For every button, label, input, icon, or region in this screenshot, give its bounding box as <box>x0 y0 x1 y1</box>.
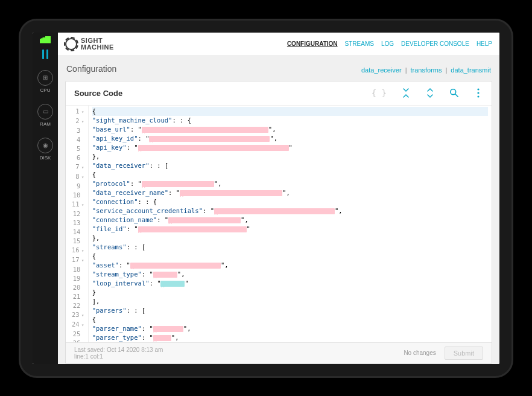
search-icon[interactable] <box>449 88 459 98</box>
submit-button[interactable]: Submit <box>445 346 483 360</box>
card-toolbar: { } <box>372 88 483 98</box>
metric-ram[interactable]: ▭RAM <box>37 104 53 127</box>
line-gutter: 1▾ 2▾ 3 4 5 6 7▾ 8▾ 9 10 11▾12 13 14 15 … <box>66 106 89 342</box>
source-card: Source Code { } <box>65 81 492 364</box>
brand-text: SIGHT MACHINE <box>81 37 114 51</box>
footer-left: Last saved: Oct 14 2020 8:13 am line:1 c… <box>74 346 163 360</box>
topbar: SIGHT MACHINE CONFIGURATIONSTREAMSLOGDEV… <box>58 33 499 56</box>
page-title: Configuration <box>66 64 116 74</box>
cpu-icon: ⊞ <box>37 70 53 86</box>
metric-cpu[interactable]: ⊞CPU <box>37 70 53 93</box>
pause-icon[interactable] <box>42 50 48 59</box>
change-status: No changes <box>404 350 435 356</box>
top-nav: CONFIGURATIONSTREAMSLOGDEVELOPER CONSOLE… <box>287 40 492 47</box>
card-header: Source Code { } <box>66 81 492 106</box>
subnav-transforms[interactable]: transforms <box>411 66 442 74</box>
nav-log[interactable]: LOG <box>381 40 394 47</box>
ftx-badge: FTX <box>40 36 51 43</box>
ram-icon: ▭ <box>37 104 53 120</box>
nav-developer-console[interactable]: DEVELOPER CONSOLE <box>401 40 469 47</box>
gear-icon <box>65 38 77 50</box>
collapse-icon[interactable] <box>401 88 411 98</box>
nav-help[interactable]: HELP <box>477 40 492 47</box>
nav-configuration[interactable]: CONFIGURATION <box>287 40 338 47</box>
subnav-data_transmit[interactable]: data_transmit <box>451 66 491 74</box>
card-title: Source Code <box>74 89 122 98</box>
sub-header: Configuration data_receiver|transforms|d… <box>58 56 499 77</box>
brand-logo[interactable]: SIGHT MACHINE <box>65 37 114 51</box>
disk-icon: ◉ <box>37 138 53 153</box>
nav-streams[interactable]: STREAMS <box>345 40 374 47</box>
expand-icon[interactable] <box>425 88 435 98</box>
card-footer: Last saved: Oct 14 2020 8:13 am line:1 c… <box>66 342 492 363</box>
cpu-label: CPU <box>40 88 51 93</box>
left-rail: FTX ⊞CPU▭RAM◉DISK <box>33 33 58 364</box>
braces-icon[interactable]: { } <box>372 88 387 98</box>
cursor-pos: line:1 col:1 <box>74 353 163 360</box>
last-saved: Last saved: Oct 14 2020 8:13 am <box>74 346 163 353</box>
code-body[interactable]: { "sight_machine_cloud": : { "base_url":… <box>89 106 492 342</box>
svg-line-1 <box>455 94 458 97</box>
code-editor[interactable]: 1▾ 2▾ 3 4 5 6 7▾ 8▾ 9 10 11▾12 13 14 15 … <box>66 106 492 342</box>
disk-label: DISK <box>40 155 51 161</box>
tablet-frame: FTX ⊞CPU▭RAM◉DISK SIGHT MACHINE CONFIGUR… <box>19 19 513 378</box>
ram-label: RAM <box>40 121 51 127</box>
svg-point-2 <box>477 89 479 91</box>
sub-nav: data_receiver|transforms|data_transmit <box>361 66 491 74</box>
more-icon[interactable] <box>473 88 483 98</box>
app-window: FTX ⊞CPU▭RAM◉DISK SIGHT MACHINE CONFIGUR… <box>33 33 499 364</box>
main-panel: SIGHT MACHINE CONFIGURATIONSTREAMSLOGDEV… <box>58 33 499 364</box>
svg-point-4 <box>477 96 479 98</box>
subnav-data_receiver[interactable]: data_receiver <box>361 66 402 74</box>
svg-point-3 <box>477 92 479 94</box>
metric-disk[interactable]: ◉DISK <box>37 138 53 161</box>
